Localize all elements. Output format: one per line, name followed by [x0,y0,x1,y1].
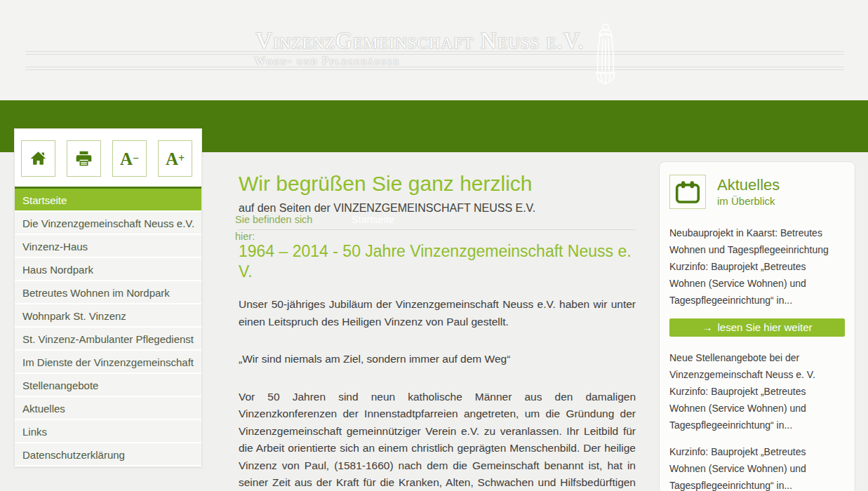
sidebar-item-im-dienste[interactable]: Im Dienste der Vinzenzgemeinschaft [15,351,201,374]
sidebar-card: A− A+ Startseite Die Vinzenzgemeinschaft… [14,128,202,467]
news-item: Neue Stellenangebote bei der Vinzenzgeme… [669,349,845,433]
paragraph-quote: „Wir sind niemals am Ziel, sondern immer… [239,351,636,368]
news-item-title: Neue Stellenangebote bei der Vinzenzgeme… [669,349,845,383]
sidebar-menu: Startseite Die Vinzenzgemeinschaft Neuss… [15,189,201,466]
news-panel-subtitle: im Überblick [717,194,780,208]
font-increase-button[interactable]: A+ [158,140,192,177]
news-panel-title-group: Aktuelles im Überblick [717,175,780,208]
read-more-button[interactable]: →lesen Sie hier weiter [669,318,845,337]
sidebar-item-datenschutzerklaerung[interactable]: Datenschutzerklärung [15,443,201,466]
site-header: VinzenzGemeinschaft Neuss e.V. Wohn- und… [0,0,868,100]
st-vincent-statue-icon [589,21,622,88]
print-button[interactable] [67,140,101,177]
paragraph-intro: Unser 50-jähriges Jubiläum der Vinzenzge… [239,296,636,330]
sidebar-item-startseite[interactable]: Startseite [15,189,201,212]
sidebar-item-links[interactable]: Links [15,420,201,443]
sidebar-item-stellenangebote[interactable]: Stellenangebote [15,374,201,397]
news-panel-header: Aktuelles im Überblick [669,175,845,209]
arrow-right-icon: → [702,321,712,333]
page-root: VinzenzGemeinschaft Neuss e.V. Wohn- und… [0,0,868,491]
sidebar-item-haus-nordpark[interactable]: Haus Nordpark [15,258,201,281]
quick-toolbar: A− A+ [15,129,201,177]
news-item-title: Neubauprojekt in Kaarst: Betreutes Wohne… [669,224,845,258]
calendar-icon-box [669,175,706,209]
news-panel: Aktuelles im Überblick Neubauprojekt in … [659,161,855,491]
read-more-label: lesen Sie hier weiter [717,321,812,333]
main-content: Wir begrüßen Sie ganz herzlich auf den S… [239,170,636,491]
sidebar-item-vinzenz-haus[interactable]: Vinzenz-Haus [15,235,201,258]
news-item-teaser: Kurzinfo: Bauprojekt „Betreutes Wohnen (… [669,443,845,491]
paragraph-history: Vor 50 Jahren sind neun katholische Männ… [239,389,636,491]
header-divider-line [25,69,844,70]
calendar-icon [675,180,700,204]
site-subtitle: Wohn- und Pflegehäuser [255,55,400,67]
news-panel-title: Aktuelles [717,176,780,194]
font-decrease-button[interactable]: A− [112,140,147,177]
sidebar-item-wohnpark-st-vinzenz[interactable]: Wohnpark St. Vinzenz [15,304,201,328]
news-item-teaser: Kurzinfo: Bauprojekt „Betreutes Wohnen (… [669,258,845,309]
page-subtitle: auf den Seiten der VINZENZGEMEINSCHAFT N… [239,201,636,215]
sidebar-item-die-vinzenzgemeinschaft[interactable]: Die Vinzenzgemeinschaft Neuss e.V. [15,212,201,235]
font-increase-label: A [166,150,178,168]
sidebar-item-aktuelles[interactable]: Aktuelles [15,397,201,420]
site-title: VinzenzGemeinschaft Neuss e.V. [0,28,840,54]
page-title: Wir begrüßen Sie ganz herzlich [239,170,636,197]
header-divider-line [25,67,844,67]
sidebar-item-ambulanter-pflegedienst[interactable]: St. Vinzenz-Ambulanter Pflegedienst [15,328,201,351]
home-button[interactable] [21,140,55,177]
content-divider [239,229,636,230]
home-icon [29,149,48,168]
section-title: 1964 – 2014 - 50 Jahre Vinzenzgemeinscha… [239,241,636,282]
plus-icon: + [178,152,185,165]
header-divider-line [25,54,844,55]
sidebar-item-betreutes-wohnen[interactable]: Betreutes Wohnen im Nordpark [15,281,201,304]
font-decrease-label: A [120,150,133,168]
news-item: Kurzinfo: Bauprojekt „Betreutes Wohnen (… [669,443,845,491]
print-icon [74,149,93,168]
news-item-teaser: Kurzinfo: Bauprojekt „Betreutes Wohnen (… [669,383,845,433]
news-item: Neubauprojekt in Kaarst: Betreutes Wohne… [669,224,845,309]
news-list: Neubauprojekt in Kaarst: Betreutes Wohne… [669,224,845,491]
minus-icon: − [133,152,139,165]
